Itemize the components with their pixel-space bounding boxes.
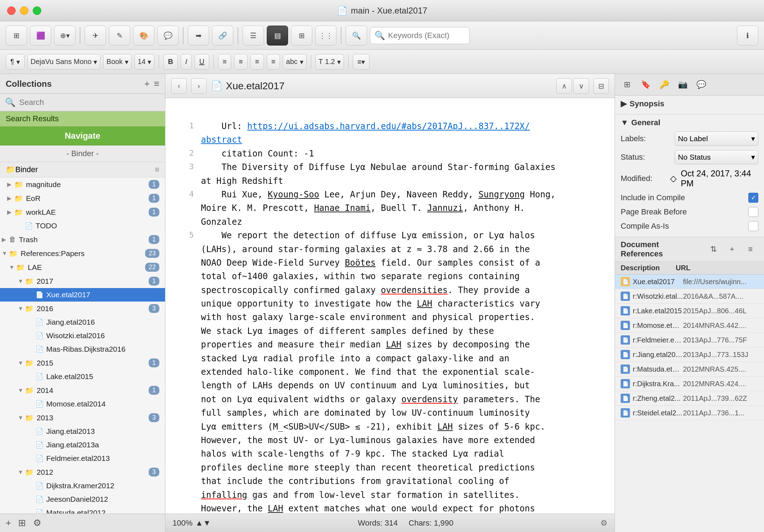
sidebar-search-input[interactable]: [19, 98, 160, 107]
sidebar-item-2012[interactable]: ▼ 📁 2012 3: [0, 465, 165, 479]
navigate-button[interactable]: Navigate: [0, 127, 165, 145]
sidebar-item-JeesonDaniel2012[interactable]: ▶ 📄 JeesonDaniel2012: [0, 493, 165, 506]
view-list-button[interactable]: ☰: [243, 26, 264, 46]
add-item-button[interactable]: +: [6, 517, 11, 528]
general-header[interactable]: ▼ General: [621, 118, 758, 127]
links-button[interactable]: 🔗: [212, 26, 233, 46]
sidebar-item-Momose-etal2014[interactable]: ▶ 📄 Momose.etal2014: [0, 397, 165, 411]
sidebar-item-Matsuda-etal2012[interactable]: ▶ 📄 Matsuda.etal2012: [0, 506, 165, 514]
view-document-button[interactable]: ▤: [267, 26, 288, 46]
font-family-select[interactable]: DejaVu Sans Mono ▾: [27, 54, 101, 70]
comment-button[interactable]: 💬: [157, 26, 179, 46]
sidebar-item-Mas-Ribas[interactable]: ▶ 📄 Mas-Ribas.Dijkstra2016: [0, 342, 165, 356]
sidebar-item-2016[interactable]: ▼ 📁 2016 3: [0, 302, 165, 315]
sidebar-item-workLAE[interactable]: ▶ 📁 workLAE 1: [0, 205, 165, 219]
search-toolbar-button[interactable]: 🔍: [346, 26, 367, 46]
sidebar-item-Jiang-etal2016[interactable]: ▶ 📄 Jiang.etal2016: [0, 315, 165, 329]
binder-row[interactable]: 📁 Binder ≡: [0, 162, 165, 177]
zoom-control[interactable]: 100% ▲▼: [173, 518, 211, 528]
close-button[interactable]: [7, 6, 16, 15]
align-center-button[interactable]: ≡: [234, 54, 248, 70]
bold-button[interactable]: B: [163, 54, 177, 70]
doc-ref-add-button[interactable]: +: [724, 241, 740, 257]
doc-ref-row-8[interactable]: 📄 r:Zheng.etal2... 2011ApJ...739...62Z: [615, 391, 764, 406]
align-justify-button[interactable]: ≡: [267, 54, 280, 70]
keywords-search-box[interactable]: 🔍: [370, 27, 469, 44]
sidebar-item-EoR[interactable]: ▶ 📁 EoR 1: [0, 191, 165, 205]
status-select[interactable]: No Status ▾: [675, 150, 758, 164]
sidebar-item-2017[interactable]: ▼ 📁 2017 1: [0, 274, 165, 288]
inspector-comments-button[interactable]: 💬: [693, 77, 709, 92]
prev-document-button[interactable]: ‹: [171, 78, 187, 94]
add-button[interactable]: ⊕▾: [54, 26, 75, 46]
scroll-down-button[interactable]: ∨: [573, 78, 589, 94]
sidebar-item-Dijkstra-Kramer2012[interactable]: ▶ 📄 Dijkstra.Kramer2012: [0, 479, 165, 493]
font-size-select[interactable]: 14 ▾: [134, 54, 154, 70]
doc-ref-row-6[interactable]: 📄 r:Matsuda.etal... 2012MNRAS.425....: [615, 362, 764, 377]
doc-ref-row-3[interactable]: 📄 r:Momose.etal... 2014MNRAS.442....: [615, 318, 764, 333]
doc-ref-row-9[interactable]: 📄 r:Steidel.etal2... 2011ApJ...736...1..…: [615, 406, 764, 420]
list-button[interactable]: ≡▾: [353, 54, 370, 70]
scroll-up-button[interactable]: ∧: [556, 78, 572, 94]
sidebar-item-Lake-etal2015[interactable]: ▶ 📄 Lake.etal2015: [0, 370, 165, 383]
line-spacing-select[interactable]: T 1.2 ▾: [315, 54, 344, 70]
align-right-button[interactable]: ≡: [250, 54, 264, 70]
arrow-button[interactable]: ➡: [188, 26, 209, 46]
page-break-checkbox[interactable]: [748, 207, 758, 217]
inspector-keywords-button[interactable]: 🔑: [656, 77, 672, 92]
doc-ref-menu-button[interactable]: ≡: [743, 241, 758, 257]
sidebar-item-2014[interactable]: ▼ 📁 2014 1: [0, 383, 165, 397]
doc-ref-row-4[interactable]: 📄 r:Feldmeier.etal... 2013ApJ...776...75…: [615, 333, 764, 347]
doc-ref-row-5[interactable]: 📄 r:Jiang.etal2013... 2013ApJ...773..153…: [615, 347, 764, 362]
inspector-button[interactable]: ℹ: [737, 26, 758, 46]
sidebar-toggle-button[interactable]: ⊞: [6, 26, 27, 46]
synopsis-header[interactable]: ▶ Synopsis: [621, 99, 758, 108]
add-folder-button[interactable]: ⊞: [18, 517, 26, 528]
add-collection-button[interactable]: +: [144, 78, 150, 89]
navigate-button[interactable]: ✈: [85, 26, 106, 46]
sidebar-item-Wisotzki-etal2016[interactable]: ▶ 📄 Wisotzki.etal2016: [0, 329, 165, 342]
view-corkboard-button[interactable]: ⊞: [291, 26, 312, 46]
sidebar-item-Jiang-etal2013[interactable]: ▶ 📄 Jiang.etal2013: [0, 425, 165, 438]
underline-button[interactable]: U: [195, 54, 209, 70]
sidebar-item-2015[interactable]: ▼ 📁 2015 1: [0, 356, 165, 370]
sidebar-item-Xue-etal2017[interactable]: ▶ 📄 Xue.etal2017: [0, 288, 165, 302]
view-outliner-button[interactable]: ⋮⋮: [315, 26, 336, 46]
sidebar-item-Jiang-etal2013a[interactable]: ▶ 📄 Jiang.etal2013a: [0, 438, 165, 452]
inspector-notes-button[interactable]: ⊞: [619, 77, 635, 92]
doc-ref-row-0[interactable]: 📄 Xue.etal2017 file:///Users/wujinn...: [615, 275, 764, 289]
url-link[interactable]: https://ui.adsabs.harvard.edu/#abs/2017A…: [201, 121, 530, 145]
minimize-button[interactable]: [20, 6, 28, 15]
sidebar-item-LAE[interactable]: ▼ 📁 LAE 22: [0, 260, 165, 274]
paragraph-style-button[interactable]: ¶▾: [6, 54, 25, 70]
editor-content[interactable]: 1 Url: https://ui.adsabs.harvard.edu/#ab…: [165, 98, 615, 514]
align-left-button[interactable]: ≡: [218, 54, 232, 70]
doc-ref-row-2[interactable]: 📄 r:Lake.etal2015 2015ApJ...806...46L: [615, 304, 764, 318]
compile-as-is-checkbox[interactable]: [748, 221, 758, 231]
italic-button[interactable]: I: [181, 54, 192, 70]
keywords-search-input[interactable]: [388, 31, 465, 40]
sidebar-item-TODO[interactable]: ▶ 📄 TODO: [0, 219, 165, 233]
zoom-button[interactable]: [33, 6, 41, 15]
settings-button[interactable]: ⚙: [33, 517, 41, 528]
labels-select[interactable]: No Label ▾: [675, 132, 758, 146]
next-document-button[interactable]: ›: [191, 78, 207, 94]
sidebar-item-magnitude[interactable]: ▶ 📁 magnitude 1: [0, 177, 165, 191]
sidebar-item-2013[interactable]: ▼ 📁 2013 3: [0, 411, 165, 425]
collections-menu-button[interactable]: ≡: [154, 78, 159, 89]
text-style-select[interactable]: abc ▾: [283, 54, 306, 70]
inspector-snapshot-button[interactable]: 📷: [675, 77, 690, 92]
split-editor-button[interactable]: ⊟: [593, 78, 609, 94]
edit-button[interactable]: ✎: [109, 26, 130, 46]
footer-settings-button[interactable]: ⚙: [600, 518, 608, 528]
sidebar-item-references-papers[interactable]: ▼ 📁 References:Papers 23: [0, 246, 165, 260]
doc-ref-row-1[interactable]: 📄 r:Wisotzki.etal... 2016A&A...587A....: [615, 289, 764, 304]
sidebar-item-trash[interactable]: ▶ 🗑 Trash 1: [0, 233, 165, 246]
corkboard-button[interactable]: 🟪: [30, 26, 51, 46]
font-style-select[interactable]: Book ▾: [103, 54, 132, 70]
sidebar-item-Feldmeier-etal2013[interactable]: ▶ 📄 Feldmeier.etal2013: [0, 452, 165, 465]
doc-ref-sort-button[interactable]: ⇅: [706, 241, 721, 257]
inspector-bookmark-button[interactable]: 🔖: [638, 77, 653, 92]
doc-ref-row-7[interactable]: 📄 r:Dijkstra.Kra... 2012MNRAS.424....: [615, 377, 764, 391]
include-compile-checkbox[interactable]: [748, 193, 758, 203]
